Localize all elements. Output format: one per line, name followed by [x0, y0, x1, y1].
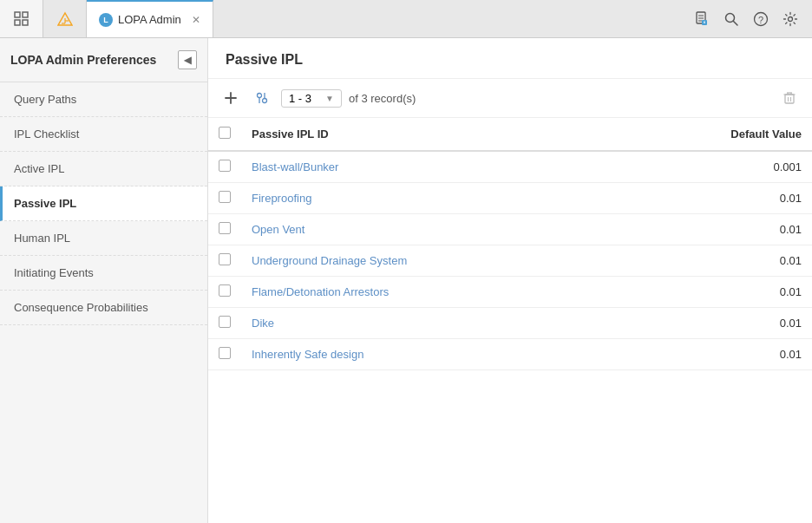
table-row: Blast-wall/Bunker 0.001: [208, 151, 812, 183]
row-checkbox[interactable]: [219, 160, 231, 172]
sidebar-item-query-paths[interactable]: Query Paths: [0, 82, 207, 117]
row-checkbox[interactable]: [219, 316, 231, 328]
default-value-cell: 0.01: [617, 339, 812, 370]
svg-point-14: [704, 20, 705, 21]
table-row: Inherently Safe design 0.01: [208, 339, 812, 370]
passive-ipl-id-cell[interactable]: Inherently Safe design: [241, 339, 617, 370]
sidebar-item-initiating-events[interactable]: Initiating Events: [0, 256, 207, 291]
row-checkbox[interactable]: [219, 347, 231, 359]
row-checkbox[interactable]: [219, 222, 231, 234]
help-action-button[interactable]: ?: [748, 6, 774, 32]
row-checkbox-cell: [208, 245, 241, 277]
passive-ipl-id-cell[interactable]: Flame/Detonation Arrestors: [241, 277, 617, 308]
row-checkbox-cell: [208, 151, 241, 183]
default-value-cell: 0.01: [617, 308, 812, 339]
sidebar-item-human-ipl[interactable]: Human IPL: [0, 221, 207, 256]
content-title: Passive IPL: [208, 38, 812, 79]
filter-button[interactable]: [250, 86, 274, 110]
document-action-button[interactable]: [689, 6, 715, 32]
default-value-cell: 0.01: [617, 214, 812, 245]
svg-point-22: [258, 94, 262, 98]
passive-ipl-id-cell[interactable]: Fireproofing: [241, 183, 617, 214]
svg-rect-2: [15, 20, 20, 25]
content-area: Passive IPL 1 - 3: [208, 38, 812, 523]
page-selector[interactable]: 1 - 3 ▼: [281, 89, 342, 108]
svg-rect-1: [23, 12, 28, 17]
sidebar-item-consequence-probabilities[interactable]: Consequence Probabilities: [0, 291, 207, 325]
top-tab-bar: L LOPA Admin ✕ ?: [0, 0, 812, 38]
table-row: Open Vent 0.01: [208, 214, 812, 245]
delete-button[interactable]: [777, 86, 802, 110]
default-value-cell: 0.001: [617, 151, 812, 183]
select-all-checkbox[interactable]: [219, 127, 231, 139]
table-row: Fireproofing 0.01: [208, 183, 812, 214]
row-checkbox-cell: [208, 183, 241, 214]
add-button[interactable]: [219, 86, 243, 110]
tab-lopa-admin-label: LOPA Admin: [118, 13, 181, 26]
sidebar-item-active-ipl[interactable]: Active IPL: [0, 152, 207, 186]
sidebar-header: LOPA Admin Preferences ◀: [0, 38, 207, 82]
content-toolbar: 1 - 3 ▼ of 3 record(s): [208, 79, 812, 118]
default-value-header: Default Value: [617, 118, 812, 151]
default-value-cell: 0.01: [617, 277, 812, 308]
default-value-cell: 0.01: [617, 245, 812, 277]
row-checkbox-cell: [208, 308, 241, 339]
row-checkbox[interactable]: [219, 284, 231, 297]
tab-tree[interactable]: [43, 0, 87, 37]
tab-close-button[interactable]: ✕: [192, 14, 200, 26]
svg-rect-3: [23, 20, 28, 25]
page-range: 1 - 3: [289, 92, 311, 105]
sidebar-item-passive-ipl[interactable]: Passive IPL: [0, 186, 207, 221]
row-checkbox[interactable]: [219, 191, 231, 203]
passive-ipl-id-cell[interactable]: Blast-wall/Bunker: [241, 151, 617, 183]
sidebar: LOPA Admin Preferences ◀ Query Paths IPL…: [0, 38, 208, 523]
table-row: Flame/Detonation Arrestors 0.01: [208, 277, 812, 308]
svg-point-23: [263, 99, 267, 103]
main-layout: LOPA Admin Preferences ◀ Query Paths IPL…: [0, 38, 812, 523]
search-action-button[interactable]: [718, 6, 744, 32]
row-checkbox-cell: [208, 339, 241, 370]
passive-ipl-id-cell[interactable]: Dike: [241, 308, 617, 339]
settings-action-button[interactable]: [777, 6, 803, 32]
svg-rect-0: [15, 12, 20, 17]
sidebar-item-ipl-checklist[interactable]: IPL Checklist: [0, 117, 207, 152]
default-value-cell: 0.01: [617, 183, 812, 214]
records-count: of 3 record(s): [349, 92, 416, 105]
svg-line-16: [734, 21, 738, 25]
svg-text:?: ?: [758, 14, 763, 24]
tab-dashboard[interactable]: [0, 0, 43, 37]
select-all-column: [208, 118, 241, 151]
sidebar-nav: Query Paths IPL Checklist Active IPL Pas…: [0, 82, 207, 523]
row-checkbox[interactable]: [219, 253, 231, 265]
table-row: Underground Drainage System 0.01: [208, 245, 812, 277]
row-checkbox-cell: [208, 277, 241, 308]
passive-ipl-id-cell[interactable]: Open Vent: [241, 214, 617, 245]
svg-point-19: [789, 16, 793, 21]
sidebar-collapse-button[interactable]: ◀: [178, 50, 197, 69]
sidebar-title: LOPA Admin Preferences: [10, 53, 156, 67]
data-table: Passive IPL ID Default Value Blast-wall/…: [208, 118, 812, 523]
passive-ipl-id-header: Passive IPL ID: [241, 118, 617, 151]
lopa-admin-icon: L: [99, 13, 113, 27]
table-row: Dike 0.01: [208, 308, 812, 339]
passive-ipl-id-cell[interactable]: Underground Drainage System: [241, 245, 617, 277]
tab-lopa-admin[interactable]: L LOPA Admin ✕: [87, 0, 213, 37]
row-checkbox-cell: [208, 214, 241, 245]
top-bar-actions: ?: [680, 0, 812, 37]
svg-rect-28: [785, 95, 794, 103]
chevron-down-icon: ▼: [325, 94, 334, 103]
